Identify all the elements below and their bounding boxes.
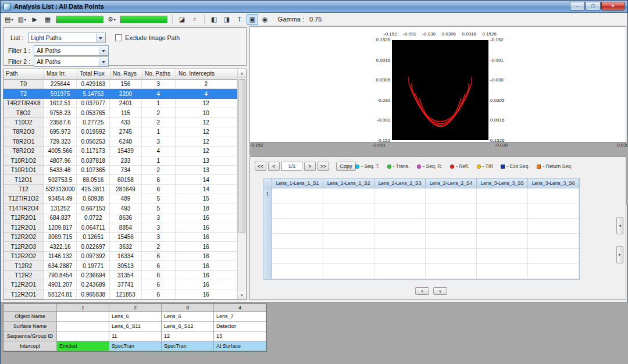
grid-cell[interactable]	[272, 204, 323, 219]
grid-cell[interactable]	[426, 219, 477, 234]
scrollbar-thumb[interactable]	[238, 79, 245, 233]
filter2-dropdown[interactable]: All Paths	[34, 56, 109, 67]
table-row[interactable]	[263, 204, 579, 219]
grid-cell[interactable]	[272, 188, 323, 204]
grid-cell[interactable]	[323, 249, 374, 264]
grid-cell[interactable]	[528, 188, 579, 204]
chart-button[interactable]: ◪	[176, 14, 188, 25]
grid-cell[interactable]	[374, 234, 426, 249]
first-page-button[interactable]: <<	[255, 162, 266, 171]
table-row[interactable]: T4R2TIR4K81612.510.0370772401112	[3, 99, 237, 108]
table-row[interactable]: T8R2O24005.5660.11717315439412	[3, 147, 237, 156]
grid-cell[interactable]	[323, 204, 374, 219]
scroll-down-button[interactable]: ▼	[238, 291, 246, 299]
row-header[interactable]	[263, 219, 272, 234]
table-row[interactable]: T10R1O15433.480.107365734213	[3, 166, 237, 175]
grid-cell[interactable]	[477, 204, 528, 219]
page-indicator[interactable]: 1/1	[281, 162, 302, 171]
wave-button[interactable]: ≈	[189, 14, 201, 25]
table-row[interactable]: T12R2O14901.2070.24368937741616	[3, 280, 237, 290]
grid-cell[interactable]	[477, 249, 528, 264]
copy-button[interactable]: Copy	[336, 162, 356, 171]
table-row[interactable]: T8R2O3695.9730.0195922745112	[3, 127, 237, 137]
grid-up-button[interactable]: ∧	[415, 287, 429, 295]
row-header[interactable]	[263, 264, 272, 279]
next-page-button[interactable]: >	[304, 162, 316, 171]
column-header[interactable]: Lens_3-Lens_3_S5	[477, 179, 528, 188]
grid-cell[interactable]	[528, 264, 579, 279]
column-header[interactable]: No. Paths	[142, 69, 176, 80]
grid-cell[interactable]	[426, 264, 477, 279]
grid-cell[interactable]	[477, 219, 528, 234]
column-header[interactable]: No. Intercepts	[176, 69, 238, 80]
table-row[interactable]: T12R2790.84540.23669431354616	[3, 271, 237, 280]
column-header[interactable]: No. Rays	[110, 69, 142, 80]
save-button[interactable]: ▥▾	[16, 14, 27, 25]
prev-page-button[interactable]: <	[268, 162, 280, 171]
grid-cell[interactable]	[374, 204, 426, 219]
table-row[interactable]: T12R2O1684.8370.07228636316	[3, 213, 237, 223]
grid-down-button[interactable]: ∨	[433, 287, 447, 295]
row-header[interactable]	[263, 249, 272, 264]
column-header[interactable]: Total Flux	[77, 69, 110, 80]
table-row[interactable]: T12R2O11209.8170.0647118854316	[3, 223, 237, 233]
table-row[interactable]	[263, 219, 579, 234]
grid-cell[interactable]	[323, 234, 374, 249]
last-page-button[interactable]: >>	[317, 162, 329, 171]
grid-cell[interactable]	[272, 249, 323, 264]
table-row[interactable]	[263, 264, 579, 279]
table-row[interactable]: T12R2O34322.160.0226973632216	[3, 242, 237, 251]
table-row[interactable]: T25919755.14753220044	[3, 89, 237, 98]
grid-cell[interactable]	[272, 219, 323, 234]
display-toggle-2[interactable]: ◨	[221, 14, 233, 25]
minimize-button[interactable]: –	[570, 2, 585, 10]
table-row[interactable]: T12R2O21148.1320.09739216334616	[3, 252, 237, 261]
row-header[interactable]	[263, 234, 272, 249]
display-toggle-4[interactable]: ▣	[247, 14, 258, 25]
grid-cell[interactable]	[528, 249, 579, 264]
row-header[interactable]: 1	[263, 188, 272, 204]
table-row[interactable]: T12TIR1O293454.490.60938489515	[3, 194, 237, 204]
grid-cell[interactable]	[426, 204, 477, 219]
grid-right-button[interactable]: ►	[616, 246, 623, 263]
table-row[interactable]: T10O223587.60.27725433212	[3, 118, 237, 127]
table-row[interactable]: T12R2O158124.810.965838121853616	[3, 290, 237, 299]
column-header[interactable]: Max Irr.	[44, 69, 77, 80]
table-row[interactable]: 1	[263, 188, 579, 204]
grid-cell[interactable]	[477, 188, 528, 204]
table-row[interactable]: T12O1502753.588.051660158614	[3, 175, 237, 184]
grid-cell[interactable]	[374, 264, 426, 279]
maximize-button[interactable]: □	[586, 2, 601, 10]
vertical-scrollbar[interactable]: ▲ ▼	[237, 69, 246, 299]
column-header[interactable]: Path	[3, 69, 44, 80]
ray-plot[interactable]	[392, 40, 488, 140]
grid-cell[interactable]	[426, 234, 477, 249]
table-row[interactable]: T8O29758.230.053765115210	[3, 108, 237, 117]
grid-cell[interactable]	[272, 264, 323, 279]
grid-cell[interactable]	[323, 264, 374, 279]
report-button[interactable]: ▤▾	[3, 14, 15, 25]
table-row[interactable]: T02256440.42916315632	[3, 80, 237, 89]
column-header[interactable]: Lens_2-Lens_2_S3	[374, 179, 426, 188]
grid-left-button[interactable]: ◄	[616, 217, 623, 234]
grid-cell[interactable]	[323, 188, 374, 204]
column-header[interactable]: Lens_2-Lens_2_S4	[426, 179, 477, 188]
list-dropdown[interactable]: Light Paths	[28, 33, 106, 43]
close-button[interactable]: ×	[601, 2, 625, 10]
run-button[interactable]: ▶	[29, 14, 41, 25]
table-row[interactable]: T14TIR2O41312520.667153493518	[3, 204, 237, 213]
table-row[interactable]: T12R2634.28870.1977130513616	[3, 261, 237, 270]
grid-cell[interactable]	[323, 219, 374, 234]
grid-cell[interactable]	[528, 204, 579, 219]
grid-cell[interactable]	[374, 219, 426, 234]
exclude-image-path-checkbox[interactable]: Exclude Image Path	[115, 34, 180, 41]
grid-cell[interactable]	[528, 219, 579, 234]
grid-cell[interactable]	[374, 188, 426, 204]
grid-cell[interactable]	[426, 249, 477, 264]
scroll-up-button[interactable]: ▲	[238, 69, 246, 78]
grid-cell[interactable]	[374, 249, 426, 264]
settings-button[interactable]: ⚙▾	[106, 14, 117, 25]
display-toggle-5[interactable]: ◉	[259, 14, 271, 25]
table-row[interactable]: T10R1O24807.960.037818233113	[3, 156, 237, 166]
table-row[interactable]: T8R2O1729.3230.0502536248312	[3, 137, 237, 147]
